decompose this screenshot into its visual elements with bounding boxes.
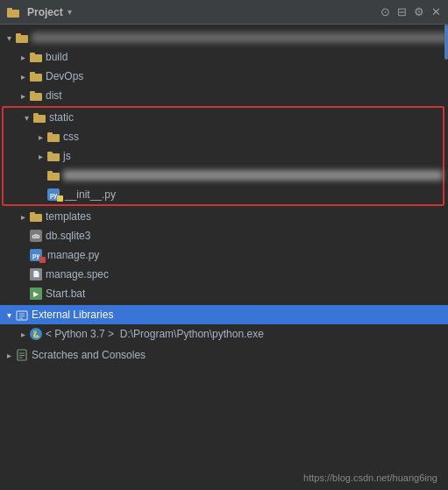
- init-py-icon: py: [47, 188, 61, 201]
- project-panel: Project ▾ ⊙ ⊟ ⚙ ✕: [0, 0, 448, 490]
- manage-spec-label: manage.spec: [46, 268, 448, 281]
- static-highlight-box: static css: [2, 106, 444, 206]
- tree-item-init-py[interactable]: py __init__.py: [4, 185, 443, 204]
- panel-header: Project ▾ ⊙ ⊟ ⚙ ✕: [0, 0, 448, 25]
- svg-rect-12: [47, 134, 60, 142]
- css-label: css: [63, 131, 443, 143]
- css-folder-icon: [47, 131, 60, 142]
- svg-rect-6: [30, 74, 42, 82]
- ext-lib-label: External Libraries: [32, 309, 448, 321]
- db-arrow: [18, 231, 28, 241]
- db-sqlite3-label: db.sqlite3: [46, 230, 448, 242]
- tree-item-python[interactable]: 🐍 < Python 3.7 > D:\Program\Python\pytho…: [0, 324, 448, 344]
- static-arrow: [21, 112, 32, 123]
- tree-item-external-libraries[interactable]: External Libraries: [0, 305, 448, 324]
- tree-item-start-bat[interactable]: ▶ Start.bat: [0, 284, 448, 303]
- tree-item-templates[interactable]: templates: [0, 207, 448, 226]
- blurred-folder-icon: [47, 170, 60, 181]
- svg-rect-10: [33, 115, 46, 123]
- blurred-arrow: [35, 170, 46, 181]
- manage-spec-arrow: [18, 269, 28, 280]
- static-label: static: [49, 111, 443, 124]
- dropdown-arrow-icon[interactable]: ▾: [68, 7, 72, 17]
- root-arrow: [4, 32, 14, 43]
- root-label: [32, 32, 448, 43]
- collapse-all-icon[interactable]: ⊟: [397, 5, 407, 18]
- tree-item-scratches[interactable]: Scratches and Consoles: [0, 345, 448, 365]
- js-label: js: [63, 150, 443, 162]
- tree-item-devops[interactable]: DevOps: [0, 67, 448, 86]
- panel-header-icons: ⊙ ⊟ ⚙ ✕: [380, 5, 441, 18]
- panel-header-left: Project ▾: [7, 6, 72, 18]
- python-label: < Python 3.7 > D:\Program\Python\python.…: [46, 328, 448, 340]
- tree-item-js[interactable]: js: [4, 146, 443, 166]
- svg-rect-19: [30, 212, 35, 215]
- devops-arrow: [18, 71, 28, 82]
- svg-rect-9: [30, 91, 35, 94]
- manage-spec-icon: 📄: [30, 268, 42, 281]
- js-arrow: [35, 151, 46, 161]
- static-folder-icon: [33, 112, 46, 123]
- svg-rect-3: [16, 33, 21, 36]
- css-arrow: [35, 131, 46, 142]
- svg-rect-14: [47, 153, 60, 161]
- devops-label: DevOps: [46, 70, 448, 82]
- ext-lib-icon: [16, 309, 28, 321]
- settings-icon[interactable]: ⚙: [414, 5, 424, 18]
- panel-title: Project: [27, 6, 63, 18]
- svg-rect-13: [47, 132, 53, 135]
- svg-rect-18: [30, 214, 42, 222]
- start-bat-label: Start.bat: [46, 288, 448, 300]
- init-py-label: __init__.py: [65, 188, 443, 201]
- scope-icon[interactable]: ⊙: [380, 5, 390, 18]
- tree-item-blurred-folder[interactable]: [4, 166, 443, 185]
- manage-py-arrow: [18, 250, 28, 260]
- tree-item-db-sqlite3[interactable]: db db.sqlite3: [0, 226, 448, 245]
- tree-item-manage-py[interactable]: py manage.py: [0, 245, 448, 265]
- devops-folder-icon: [30, 71, 42, 82]
- templates-label: templates: [46, 210, 448, 223]
- blurred-folder-label: [63, 170, 443, 181]
- tree-item-css[interactable]: css: [4, 127, 443, 146]
- build-folder-icon: [30, 52, 42, 62]
- ext-lib-arrow: [4, 309, 14, 320]
- svg-rect-7: [30, 72, 35, 75]
- svg-rect-2: [16, 35, 28, 43]
- tree-item-dist[interactable]: dist: [0, 86, 448, 105]
- tree-item-static[interactable]: static: [4, 108, 443, 127]
- dist-arrow: [18, 90, 28, 101]
- svg-rect-8: [30, 93, 42, 101]
- tree-item-build[interactable]: build: [0, 47, 448, 67]
- dist-label: dist: [46, 89, 448, 102]
- js-folder-icon: [47, 151, 60, 161]
- project-folder-icon: [7, 7, 19, 18]
- hide-panel-icon[interactable]: ✕: [431, 5, 441, 18]
- python-icon: 🐍: [30, 328, 42, 340]
- scratches-arrow: [4, 350, 14, 360]
- start-bat-icon: ▶: [30, 288, 42, 300]
- scrollbar-accent[interactable]: [444, 25, 448, 60]
- templates-arrow: [18, 211, 28, 222]
- svg-rect-5: [30, 53, 35, 55]
- dist-folder-icon: [30, 90, 42, 101]
- python-arrow: [18, 329, 28, 339]
- tree-item-manage-spec[interactable]: 📄 manage.spec: [0, 265, 448, 284]
- svg-rect-4: [30, 54, 42, 62]
- svg-rect-15: [47, 152, 53, 154]
- init-py-arrow: [35, 189, 46, 200]
- root-folder-icon: [16, 32, 28, 43]
- svg-rect-1: [7, 8, 12, 11]
- project-tree: build DevOps dist: [0, 25, 448, 490]
- scratches-label: Scratches and Consoles: [32, 349, 448, 361]
- scratches-icon: [16, 349, 28, 361]
- start-bat-arrow: [18, 288, 28, 299]
- manage-py-label: manage.py: [47, 249, 448, 261]
- svg-rect-17: [47, 171, 53, 174]
- templates-folder-icon: [30, 211, 42, 222]
- tree-root[interactable]: [0, 28, 448, 47]
- build-arrow: [18, 52, 28, 62]
- svg-rect-0: [7, 10, 19, 18]
- svg-rect-16: [47, 173, 60, 181]
- manage-py-icon: py: [30, 249, 44, 261]
- build-label: build: [46, 51, 448, 63]
